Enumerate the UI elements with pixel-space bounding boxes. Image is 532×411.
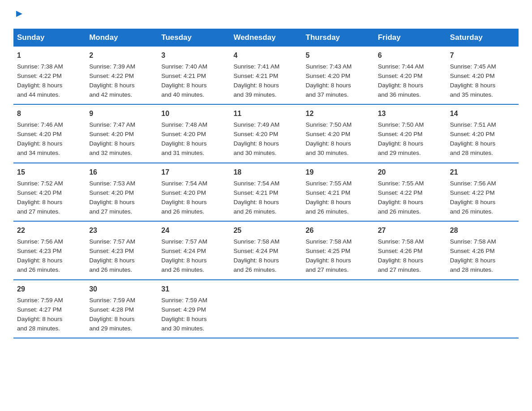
logo	[13, 9, 24, 21]
day-number: 27	[378, 225, 443, 236]
calendar-cell: 18Sunrise: 7:54 AMSunset: 4:21 PMDayligh…	[230, 163, 302, 221]
calendar-header-row: SundayMondayTuesdayWednesdayThursdayFrid…	[13, 29, 519, 47]
calendar-cell	[230, 280, 302, 338]
day-number: 2	[89, 50, 154, 61]
day-number: 29	[17, 284, 82, 295]
calendar-cell: 20Sunrise: 7:55 AMSunset: 4:22 PMDayligh…	[374, 163, 446, 221]
week-row-4: 22Sunrise: 7:56 AMSunset: 4:23 PMDayligh…	[13, 221, 519, 279]
calendar-cell: 28Sunrise: 7:58 AMSunset: 4:26 PMDayligh…	[446, 221, 519, 279]
svg-marker-0	[16, 11, 22, 17]
calendar-cell: 24Sunrise: 7:57 AMSunset: 4:24 PMDayligh…	[158, 221, 230, 279]
day-number: 20	[378, 167, 443, 178]
day-number: 31	[161, 284, 226, 295]
day-number: 7	[450, 50, 515, 61]
day-number: 19	[306, 167, 371, 178]
day-number: 4	[233, 50, 298, 61]
column-header-wednesday: Wednesday	[230, 29, 302, 47]
calendar-cell: 30Sunrise: 7:59 AMSunset: 4:28 PMDayligh…	[86, 280, 158, 338]
calendar-cell: 21Sunrise: 7:56 AMSunset: 4:22 PMDayligh…	[446, 163, 519, 221]
calendar-cell: 1Sunrise: 7:38 AMSunset: 4:22 PMDaylight…	[13, 47, 86, 104]
calendar-cell: 12Sunrise: 7:50 AMSunset: 4:20 PMDayligh…	[302, 104, 374, 163]
day-number: 11	[233, 108, 298, 120]
calendar-cell: 16Sunrise: 7:53 AMSunset: 4:20 PMDayligh…	[86, 163, 158, 221]
logo-arrow-icon	[14, 9, 24, 19]
calendar-cell: 26Sunrise: 7:58 AMSunset: 4:25 PMDayligh…	[302, 221, 374, 279]
day-number: 18	[233, 167, 298, 178]
week-row-3: 15Sunrise: 7:52 AMSunset: 4:20 PMDayligh…	[13, 163, 519, 221]
calendar-cell: 5Sunrise: 7:43 AMSunset: 4:20 PMDaylight…	[302, 47, 374, 104]
column-header-thursday: Thursday	[302, 29, 374, 47]
calendar-cell: 11Sunrise: 7:49 AMSunset: 4:20 PMDayligh…	[230, 104, 302, 163]
day-number: 30	[89, 284, 154, 295]
day-number: 5	[306, 50, 371, 61]
day-number: 23	[89, 225, 154, 236]
column-header-sunday: Sunday	[13, 29, 86, 47]
day-number: 21	[450, 167, 515, 178]
calendar-cell: 3Sunrise: 7:40 AMSunset: 4:21 PMDaylight…	[158, 47, 230, 104]
calendar-cell	[302, 280, 374, 338]
calendar-cell: 2Sunrise: 7:39 AMSunset: 4:22 PMDaylight…	[86, 47, 158, 104]
day-number: 9	[89, 108, 154, 120]
column-header-saturday: Saturday	[446, 29, 519, 47]
week-row-5: 29Sunrise: 7:59 AMSunset: 4:27 PMDayligh…	[13, 280, 519, 338]
day-number: 6	[378, 50, 443, 61]
week-row-1: 1Sunrise: 7:38 AMSunset: 4:22 PMDaylight…	[13, 47, 519, 104]
calendar-cell: 29Sunrise: 7:59 AMSunset: 4:27 PMDayligh…	[13, 280, 86, 338]
calendar-cell: 9Sunrise: 7:47 AMSunset: 4:20 PMDaylight…	[86, 104, 158, 163]
day-number: 13	[378, 108, 443, 120]
calendar-cell: 10Sunrise: 7:48 AMSunset: 4:20 PMDayligh…	[158, 104, 230, 163]
day-number: 16	[89, 167, 154, 178]
day-number: 14	[450, 108, 515, 120]
calendar-cell: 22Sunrise: 7:56 AMSunset: 4:23 PMDayligh…	[13, 221, 86, 279]
calendar-cell	[446, 280, 519, 338]
calendar-cell: 15Sunrise: 7:52 AMSunset: 4:20 PMDayligh…	[13, 163, 86, 221]
day-number: 25	[233, 225, 298, 236]
calendar-table: SundayMondayTuesdayWednesdayThursdayFrid…	[13, 29, 519, 338]
calendar-cell: 17Sunrise: 7:54 AMSunset: 4:20 PMDayligh…	[158, 163, 230, 221]
day-number: 28	[450, 225, 515, 236]
page-header	[13, 9, 519, 21]
calendar-cell: 27Sunrise: 7:58 AMSunset: 4:26 PMDayligh…	[374, 221, 446, 279]
day-number: 3	[161, 50, 226, 61]
column-header-tuesday: Tuesday	[158, 29, 230, 47]
week-row-2: 8Sunrise: 7:46 AMSunset: 4:20 PMDaylight…	[13, 104, 519, 163]
calendar-cell: 14Sunrise: 7:51 AMSunset: 4:20 PMDayligh…	[446, 104, 519, 163]
calendar-cell: 7Sunrise: 7:45 AMSunset: 4:20 PMDaylight…	[446, 47, 519, 104]
calendar-cell: 31Sunrise: 7:59 AMSunset: 4:29 PMDayligh…	[158, 280, 230, 338]
calendar-cell: 8Sunrise: 7:46 AMSunset: 4:20 PMDaylight…	[13, 104, 86, 163]
day-number: 10	[161, 108, 226, 120]
day-number: 15	[17, 167, 82, 178]
calendar-cell: 13Sunrise: 7:50 AMSunset: 4:20 PMDayligh…	[374, 104, 446, 163]
day-number: 26	[306, 225, 371, 236]
day-number: 12	[306, 108, 371, 120]
day-number: 17	[161, 167, 226, 178]
day-number: 24	[161, 225, 226, 236]
calendar-cell: 4Sunrise: 7:41 AMSunset: 4:21 PMDaylight…	[230, 47, 302, 104]
column-header-monday: Monday	[86, 29, 158, 47]
calendar-cell: 25Sunrise: 7:58 AMSunset: 4:24 PMDayligh…	[230, 221, 302, 279]
day-number: 1	[17, 50, 82, 61]
calendar-cell: 23Sunrise: 7:57 AMSunset: 4:23 PMDayligh…	[86, 221, 158, 279]
day-number: 22	[17, 225, 82, 236]
day-number: 8	[17, 108, 82, 120]
calendar-cell	[374, 280, 446, 338]
calendar-cell: 19Sunrise: 7:55 AMSunset: 4:21 PMDayligh…	[302, 163, 374, 221]
column-header-friday: Friday	[374, 29, 446, 47]
calendar-cell: 6Sunrise: 7:44 AMSunset: 4:20 PMDaylight…	[374, 47, 446, 104]
